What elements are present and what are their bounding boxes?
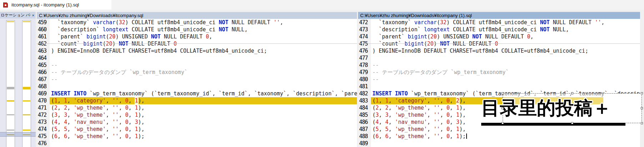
code-text: -- テーブルのデータのダンプ `wp_term_taxonomy`	[50, 69, 357, 76]
code-line[interactable]: 469INSERT INTO `wp_term_taxonomy` (`term…	[37, 90, 357, 97]
code-line[interactable]: 475 `count` bigint(20) NOT NULL DEFAULT …	[358, 40, 640, 47]
diff-boundary-line	[37, 43, 357, 44]
diff-location-mark	[7, 100, 14, 101]
code-text	[371, 54, 640, 62]
line-number: 464	[37, 54, 50, 62]
code-line[interactable]: 489	[358, 140, 640, 147]
tab-title: itcompany.sql - itcompany (1).sql	[11, 2, 79, 7]
code-line[interactable]: 464	[37, 54, 357, 62]
annotation-resize-handle[interactable]	[641, 92, 643, 94]
line-number: 484	[358, 104, 371, 111]
code-line[interactable]: 473(4, 4, 'nav_menu', '', 0, 3),	[37, 119, 357, 126]
code-line[interactable]: 479-- テーブルのデータのダンプ `wp_term_taxonomy`	[358, 69, 640, 76]
winmerge-window: { "window": { "tab_title": "itcompany.sq…	[0, 0, 644, 147]
annotation-resize-handle[interactable]	[571, 122, 573, 124]
code-line[interactable]: 475(6, 6, 'wp_theme', '', 0, 1);	[37, 133, 357, 140]
code-line[interactable]: 487(5, 5, 'wp_theme', '', 0, 1),	[358, 126, 640, 133]
line-number: 461	[37, 33, 50, 40]
line-number: 474	[358, 33, 371, 40]
left-file-pane: C:¥Users¥zhu zhuming¥Downloads¥itcompany…	[37, 12, 357, 147]
code-text	[50, 54, 357, 62]
code-line[interactable]: 461 `parent` bigint(20) UNSIGNED NOT NUL…	[37, 33, 357, 40]
location-pane-close-icon[interactable]: ×	[31, 13, 36, 17]
code-text	[50, 140, 357, 147]
location-pane-header: ロケーション パイン ×	[0, 12, 36, 19]
code-line[interactable]: 474 `parent` bigint(20) UNSIGNED NOT NUL…	[358, 33, 640, 40]
line-number: 480	[358, 76, 371, 83]
line-number: 470	[37, 97, 50, 104]
code-text	[50, 83, 357, 90]
code-line[interactable]: 477	[358, 54, 640, 62]
code-line[interactable]: 473 `description` longtext COLLATE utf8m…	[358, 26, 640, 33]
code-line[interactable]: 472 `taxonomy` varchar(32) COLLATE utf8m…	[358, 19, 640, 26]
code-line[interactable]: 463) ENGINE=InnoDB DEFAULT CHARSET=utf8m…	[37, 47, 357, 54]
code-line[interactable]: 466-- テーブルのデータのダンプ `wp_term_taxonomy`	[37, 69, 357, 76]
code-line[interactable]: 462 `count` bigint(20) NOT NULL DEFAULT …	[37, 40, 357, 47]
code-line[interactable]: 472(3, 3, 'wp_theme', '', 0, 1),	[37, 111, 357, 119]
line-number: 476	[37, 140, 50, 147]
left-editor-area[interactable]: 459 `taxonomy` varchar(32) COLLATE utf8m…	[37, 19, 357, 147]
diff-location-mark	[23, 87, 30, 89]
document-tab[interactable]: itcompany.sql - itcompany (1).sql	[0, 0, 111, 10]
winmerge-icon	[3, 2, 9, 8]
code-text	[371, 83, 640, 90]
diff-location-mark	[7, 87, 14, 89]
code-line[interactable]: 480--	[358, 76, 640, 83]
annotation-text[interactable]: 目录里的投稿＋	[481, 93, 644, 123]
code-line[interactable]: 488(6, 6, 'wp_theme', '', 0, 1);	[358, 133, 640, 140]
line-number: 486	[358, 119, 371, 126]
code-line[interactable]: 465--	[37, 62, 357, 69]
code-line[interactable]: 460 `description` longtext COLLATE utf8m…	[37, 26, 357, 33]
code-line[interactable]: 474(5, 5, 'wp_theme', '', 0, 1),	[37, 126, 357, 133]
diff-boundary-line	[358, 43, 640, 44]
code-line[interactable]: 478--	[358, 62, 640, 69]
code-text: ) ENGINE=InnoDB DEFAULT CHARSET=utf8mb4 …	[50, 47, 357, 54]
annotation-resize-handle[interactable]	[641, 107, 643, 109]
code-text: (6, 6, 'wp_theme', '', 0, 1);	[50, 133, 357, 140]
annotation-resize-handle[interactable]	[502, 107, 504, 109]
right-editor-area[interactable]: 472 `taxonomy` varchar(32) COLLATE utf8m…	[358, 19, 640, 147]
line-number: 459	[37, 19, 50, 26]
code-text: (1, 1, 'category', '', 0, 1),	[50, 97, 357, 104]
line-number: 483	[358, 97, 371, 104]
code-line[interactable]: 467--	[37, 76, 357, 83]
annotation-resize-handle[interactable]	[502, 122, 504, 124]
diff-location-mark	[23, 130, 30, 131]
diff-location-mark	[7, 114, 14, 115]
code-text: `parent` bigint(20) UNSIGNED NOT NULL DE…	[371, 33, 640, 40]
diff-location-mark	[7, 21, 14, 22]
code-text: (2, 2, 'wp_theme', '', 0, 1),	[50, 104, 357, 111]
code-line[interactable]: 476	[37, 140, 357, 147]
code-line[interactable]: 481	[358, 83, 640, 90]
line-number: 481	[358, 83, 371, 90]
location-map-left-column[interactable]	[6, 20, 15, 147]
annotation-resize-handle[interactable]	[502, 92, 504, 94]
code-line[interactable]: 468	[37, 83, 357, 90]
annotation-resize-handle[interactable]	[571, 92, 573, 94]
code-line[interactable]: 459 `taxonomy` varchar(32) COLLATE utf8m…	[37, 19, 357, 26]
line-number: 465	[37, 62, 50, 69]
right-file-pane: C:¥Users¥zhu zhuming¥Downloads¥itcompany…	[358, 12, 640, 147]
line-number: 473	[37, 119, 50, 126]
diff-location-mark	[23, 21, 30, 22]
line-number: 487	[358, 126, 371, 133]
code-line[interactable]: 476) ENGINE=InnoDB DEFAULT CHARSET=utf8m…	[358, 47, 640, 54]
line-number: 475	[37, 133, 50, 140]
right-file-path-header[interactable]: C:¥Users¥zhu zhuming¥Downloads¥itcompany…	[358, 12, 640, 19]
code-text: --	[371, 62, 640, 69]
code-text: `description` longtext COLLATE utf8mb4_u…	[50, 26, 357, 33]
left-file-path-header[interactable]: C:¥Users¥zhu zhuming¥Downloads¥itcompany…	[37, 12, 357, 19]
location-pane-title: ロケーション パイン	[0, 12, 31, 18]
line-number: 475	[358, 40, 371, 47]
code-text: `parent` bigint(20) UNSIGNED NOT NULL DE…	[50, 33, 357, 40]
line-number: 468	[37, 83, 50, 90]
annotation-resize-handle[interactable]	[641, 122, 643, 124]
text-cursor	[466, 133, 467, 139]
location-view-indicator[interactable]	[0, 132, 36, 137]
line-number: 474	[37, 126, 50, 133]
code-text: --	[50, 76, 357, 83]
code-line[interactable]: 470(1, 1, 'category', '', 0, 1),	[37, 97, 357, 104]
code-line[interactable]: 471(2, 2, 'wp_theme', '', 0, 1),	[37, 104, 357, 111]
line-number: 467	[37, 76, 50, 83]
location-map-right-column[interactable]	[22, 20, 31, 147]
